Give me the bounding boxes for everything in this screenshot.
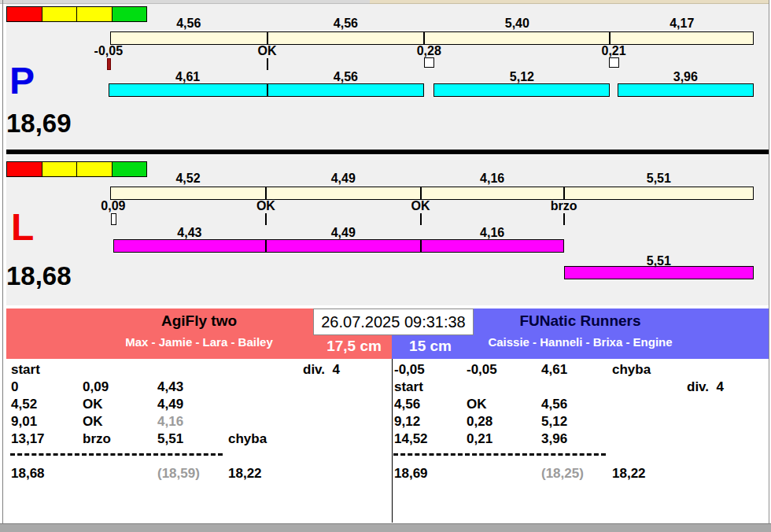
change-gap-box bbox=[424, 57, 434, 68]
lane-total-l: 18,68 bbox=[6, 261, 72, 291]
dog-time-label: 4,16 bbox=[480, 226, 504, 240]
start-light-p bbox=[6, 6, 146, 22]
start-light-l bbox=[6, 161, 146, 177]
split-time-label: 4,16 bbox=[480, 172, 504, 186]
table-cell: 4,52 bbox=[11, 397, 37, 412]
table-cell: 0,28 bbox=[467, 414, 492, 430]
split-bar-segment bbox=[110, 31, 267, 45]
table-cell: 0 bbox=[11, 379, 18, 395]
table-cell: div. 4 bbox=[303, 362, 340, 378]
dog-time-label: 4,49 bbox=[331, 226, 356, 240]
window-left-border bbox=[2, 0, 3, 532]
change-tick bbox=[267, 58, 268, 70]
dog-time-label: 5,12 bbox=[510, 70, 534, 84]
start-light-cell-p bbox=[6, 6, 42, 22]
table-cell: 4,56 bbox=[394, 397, 420, 412]
table-cell: 4,56 bbox=[541, 397, 567, 412]
start-light-cell-p bbox=[42, 6, 78, 22]
split-time-label: 4,56 bbox=[176, 17, 201, 31]
bottom-edge-strip bbox=[0, 523, 771, 532]
change-label: -0,05 bbox=[94, 44, 123, 58]
table-cell: 13,17 bbox=[11, 431, 45, 447]
table-cell: 0,09 bbox=[83, 379, 109, 395]
split-bar-segment bbox=[424, 31, 610, 45]
dog-time-bar bbox=[618, 83, 754, 97]
table-cell: OK bbox=[467, 397, 487, 412]
dog-time-bar bbox=[266, 239, 421, 253]
results-area bbox=[7, 359, 769, 523]
split-bar-segment bbox=[564, 187, 754, 200]
table-cell: 4,16 bbox=[157, 414, 183, 430]
dog-time-label: 4,56 bbox=[334, 70, 358, 84]
panel-lane-p bbox=[6, 4, 769, 150]
window-right-border bbox=[769, 0, 769, 532]
dog-time-label: 5,51 bbox=[647, 254, 671, 268]
table-cell: start bbox=[11, 362, 40, 378]
change-label: 0,28 bbox=[417, 44, 441, 58]
table-cell: -0,05 bbox=[394, 362, 425, 378]
start-light-cell-p bbox=[76, 6, 113, 22]
table-cell: 9,12 bbox=[394, 414, 420, 430]
change-label: OK bbox=[256, 199, 275, 213]
table-cell: 18,68 bbox=[11, 466, 45, 482]
table-cell: div. 4 bbox=[687, 379, 724, 395]
table-cell: OK bbox=[83, 414, 103, 430]
table-cell: (18,25) bbox=[541, 466, 584, 482]
table-cell: OK bbox=[83, 397, 103, 412]
split-bar-segment bbox=[266, 187, 421, 200]
start-light-cell-l bbox=[112, 161, 148, 177]
lane-letter-l: L bbox=[11, 209, 34, 246]
table-cell: -0,05 bbox=[467, 362, 497, 378]
start-light-cell-l bbox=[42, 161, 78, 177]
change-tick bbox=[563, 213, 565, 225]
panel-divider bbox=[6, 150, 769, 154]
change-label: brzo bbox=[551, 199, 577, 213]
table-cell: 14,52 bbox=[394, 431, 428, 447]
change-tick bbox=[265, 213, 267, 225]
split-bar-segment bbox=[610, 31, 754, 45]
jump-height-left: 17,5 cm bbox=[326, 338, 382, 355]
change-label: 0,21 bbox=[602, 44, 626, 58]
dog-time-label: 4,61 bbox=[175, 70, 200, 84]
table-cell: 18,69 bbox=[394, 466, 428, 482]
dog-time-bar bbox=[433, 83, 610, 97]
table-cell: start bbox=[394, 379, 423, 395]
split-bar-segment bbox=[421, 187, 564, 200]
change-label: 0,09 bbox=[101, 199, 125, 213]
split-time-label: 4,52 bbox=[175, 172, 200, 186]
start-light-cell-l bbox=[76, 161, 113, 177]
lane-total-p: 18,69 bbox=[6, 109, 72, 139]
split-time-label: 5,51 bbox=[647, 172, 671, 186]
race-timestamp: 26.07.2025 09:31:38 bbox=[313, 308, 474, 335]
table-cell: 4,43 bbox=[157, 379, 183, 395]
split-time-label: 5,40 bbox=[505, 17, 529, 31]
change-label: OK bbox=[411, 199, 430, 213]
flyball-scoreboard-window: P 18,69 L 18,68 AgiFly two Max - Jamie -… bbox=[0, 0, 771, 532]
table-cell: 0,21 bbox=[467, 431, 492, 447]
table-separator bbox=[10, 453, 223, 456]
table-separator bbox=[393, 453, 606, 456]
dog-time-label: 4,43 bbox=[177, 226, 201, 240]
jump-height-right: 15 cm bbox=[409, 338, 452, 355]
table-cell: brzo bbox=[83, 431, 111, 447]
table-cell: 5,51 bbox=[157, 431, 183, 447]
dog-time-bar bbox=[109, 83, 267, 97]
table-cell: chyba bbox=[612, 362, 651, 378]
table-cell: 5,12 bbox=[541, 414, 567, 430]
change-label: OK bbox=[258, 44, 277, 58]
change-tick bbox=[420, 213, 422, 225]
split-bar-segment bbox=[267, 31, 425, 45]
table-cell: (18,59) bbox=[157, 466, 200, 482]
start-light-cell-p bbox=[112, 6, 148, 22]
split-time-label: 4,17 bbox=[670, 17, 694, 31]
table-cell: 4,49 bbox=[157, 397, 183, 412]
table-cell: 9,01 bbox=[11, 414, 37, 430]
lane-letter-p: P bbox=[9, 63, 35, 99]
table-cell: 18,22 bbox=[612, 466, 646, 482]
dog-time-bar bbox=[113, 239, 266, 253]
table-cell: chyba bbox=[228, 431, 267, 447]
split-time-label: 4,56 bbox=[334, 17, 358, 31]
dog-time-label: 3,96 bbox=[673, 70, 698, 84]
change-gap-marker bbox=[111, 213, 116, 225]
dog-time-bar bbox=[267, 83, 425, 97]
